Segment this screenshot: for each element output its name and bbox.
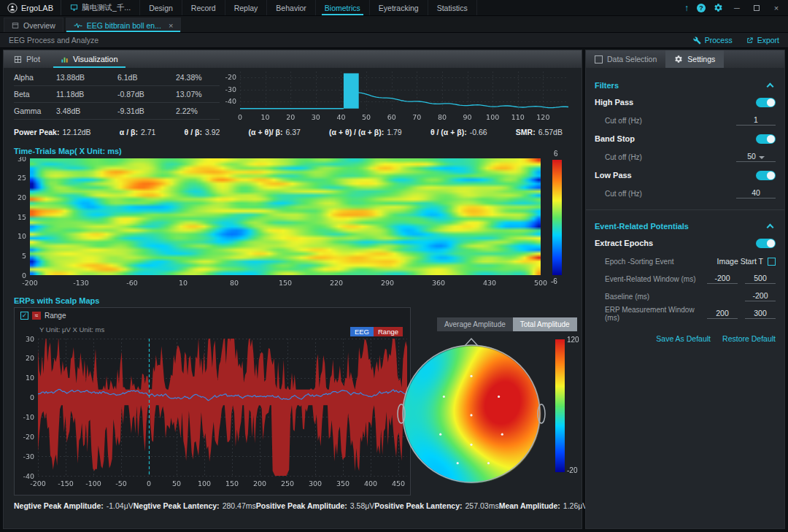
- table-row-alpha: Alpha 13.88dB 6.1dB 24.38%: [14, 69, 220, 86]
- main-menu: 脑电测试_千... Design Record Replay Behavior …: [61, 0, 477, 15]
- axis-unit-note: Y Unit: μV X Unit: ms: [39, 325, 104, 334]
- epoch-sorting-value[interactable]: Image Start T: [717, 257, 776, 266]
- erp-measure-to-field[interactable]: 300: [745, 309, 776, 319]
- dropdown-caret-icon: [759, 156, 765, 159]
- band-stop-cutoff-row: Cut off (Hz) 50: [595, 148, 776, 166]
- stat-theta-beta: θ / β:3.92: [185, 128, 220, 136]
- breadcrumb: EEG Process and Analyze: [9, 36, 98, 45]
- stat-smr: SMR:6.57dB: [516, 128, 563, 136]
- high-pass-toggle[interactable]: [756, 98, 776, 107]
- tab-settings[interactable]: Settings: [665, 50, 724, 68]
- export-button[interactable]: Export: [746, 36, 779, 45]
- range-checkbox[interactable]: ✓: [20, 312, 28, 320]
- upload-icon[interactable]: ↑: [684, 3, 689, 13]
- toolbar-actions: Process Export: [693, 36, 779, 45]
- restore-default-link[interactable]: Restore Default: [722, 334, 776, 343]
- process-button[interactable]: Process: [693, 36, 733, 45]
- tab-visualization[interactable]: Visualization: [50, 50, 128, 68]
- stat-neg-peak-amp: Negtive Peak Amplitude:-1.04μV: [14, 501, 134, 510]
- range-legend-row: ✓ ≈ Range: [20, 312, 66, 320]
- help-icon[interactable]: ?: [697, 4, 706, 12]
- menu-item-eyetracking[interactable]: Eyetracking: [370, 0, 428, 15]
- section-divider: [586, 209, 784, 210]
- range-swatch-icon: ≈: [32, 312, 41, 320]
- visualization-icon: [61, 55, 69, 63]
- erp-measurement-row: ERP Measurement Window (ms) 200 300: [595, 305, 776, 323]
- window-icon: [12, 22, 19, 29]
- menu-item-record[interactable]: Record: [182, 0, 225, 15]
- average-amplitude-button[interactable]: Average Amplitude: [437, 317, 513, 331]
- low-pass-cutoff-field[interactable]: 40: [736, 188, 776, 198]
- tab-overview[interactable]: Overview: [4, 18, 63, 32]
- app-name: ErgoLAB: [21, 4, 53, 12]
- tab-data-selection[interactable]: Data Selection: [586, 50, 665, 68]
- filters-section-header[interactable]: Filters: [595, 78, 776, 93]
- menu-item-project[interactable]: 脑电测试_千...: [61, 0, 140, 15]
- settings-panel-tabs: Data Selection Settings: [586, 50, 784, 68]
- stat-neg-peak-lat: Negtive Peak Lantency:280.47ms: [134, 501, 256, 510]
- minimize-button[interactable]: ─: [731, 0, 743, 16]
- chevron-up-icon: [767, 224, 774, 231]
- extract-epochs-row: Extract Epochs: [595, 234, 776, 252]
- chevron-up-icon: [767, 83, 774, 90]
- scalp-colorbar-max-label: 120: [567, 336, 579, 344]
- erp-plot-box: ✓ ≈ Range Y Unit: μV X Unit: ms EEG Rang…: [14, 307, 411, 496]
- maximize-icon: [754, 5, 760, 11]
- low-pass-row: Low Pass: [595, 166, 776, 185]
- maximize-button[interactable]: [751, 0, 762, 16]
- stat-mean-amp: Mean Amplitude:1.26μV: [499, 501, 588, 510]
- menu-item-replay[interactable]: Replay: [225, 0, 268, 15]
- analysis-panel: Plot Visualization Alpha 13.88dB 6.1dB 2…: [3, 50, 582, 529]
- range-label: Range: [45, 312, 66, 320]
- settings-content: Filters High Pass Cut off (Hz) 1 Band St…: [586, 68, 784, 343]
- erp-canvas: [18, 336, 409, 493]
- tab-eeg-document[interactable]: EEG bitbrain boll en... ×: [66, 18, 182, 32]
- menu-item-design[interactable]: Design: [140, 0, 182, 15]
- stat-pos-peak-amp: Positive Peak Amplitude:3.58μV: [256, 501, 375, 510]
- high-pass-cutoff-row: Cut off (Hz) 1: [595, 112, 776, 129]
- total-amplitude-button[interactable]: Total Amplitude: [513, 317, 577, 331]
- settings-panel: Data Selection Settings Filters High Pas…: [585, 50, 785, 529]
- epoch-sorting-row: Epoch -Sorting Event Image Start T: [595, 252, 776, 270]
- band-stop-row: Band Stop: [595, 129, 776, 148]
- amplitude-mode-buttons: Average Amplitude Total Amplitude: [437, 317, 577, 331]
- erp-section-header[interactable]: Event-Related Potentials: [595, 219, 776, 234]
- low-pass-toggle[interactable]: [756, 171, 776, 180]
- tab-close-icon[interactable]: ×: [169, 21, 173, 30]
- data-selection-icon: [595, 55, 603, 63]
- scalp-colorbar: [555, 339, 565, 472]
- scalp-canvas: [395, 334, 548, 493]
- colorbar-max-label: 6: [554, 150, 558, 158]
- band-stop-toggle[interactable]: [756, 134, 776, 144]
- settings-gear-icon: [674, 55, 683, 63]
- ergolab-logo-icon: [7, 3, 18, 13]
- time-trials-colorbar: [552, 160, 562, 275]
- menu-item-statistics[interactable]: Statistics: [428, 0, 477, 15]
- erp-window-to-field[interactable]: 500: [745, 274, 776, 284]
- gear-icon[interactable]: [714, 3, 723, 12]
- stat-alpha-beta: α / β:2.71: [120, 128, 156, 136]
- high-pass-row: High Pass: [595, 93, 776, 112]
- spectral-stats-row: Power Peak:12.12dB α / β:2.71 θ / β:3.92…: [14, 128, 563, 136]
- colorbar-min-label: -6: [551, 277, 557, 285]
- settings-footer: Save As Default Restore Default: [595, 334, 776, 343]
- menu-item-behavior[interactable]: Behavior: [267, 0, 315, 15]
- low-pass-cutoff-row: Cut off (Hz) 40: [595, 185, 776, 202]
- epoch-sorting-checkbox[interactable]: [768, 258, 776, 266]
- extract-epochs-toggle[interactable]: [756, 239, 776, 248]
- erp-measure-from-field[interactable]: 200: [707, 309, 738, 319]
- tab-plot[interactable]: Plot: [4, 50, 50, 68]
- menu-item-biometrics[interactable]: Biometrics: [316, 0, 370, 15]
- app-brand: ErgoLAB: [0, 0, 61, 15]
- save-as-default-link[interactable]: Save As Default: [656, 334, 711, 343]
- high-pass-cutoff-field[interactable]: 1: [736, 115, 776, 126]
- baseline-field[interactable]: -200: [745, 291, 776, 301]
- close-button[interactable]: ×: [770, 0, 782, 16]
- table-row-beta: Beta 11.18dB -0.87dB 13.07%: [14, 86, 220, 103]
- time-trials-heatmap: [11, 157, 554, 288]
- band-stop-cutoff-field[interactable]: 50: [736, 152, 776, 162]
- stat-power-peak: Power Peak:12.12dB: [14, 128, 91, 136]
- monitor-icon: [70, 4, 78, 12]
- erp-window-from-field[interactable]: -200: [707, 274, 738, 284]
- plot-icon: [14, 55, 22, 63]
